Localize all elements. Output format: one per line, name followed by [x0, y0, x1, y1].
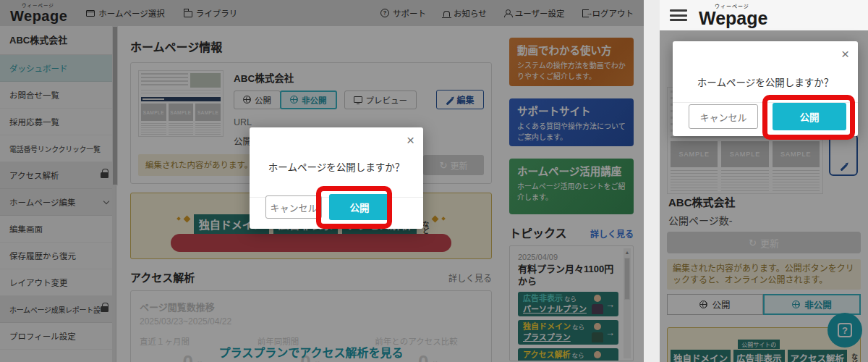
hamburger-menu-icon[interactable] — [670, 9, 687, 21]
screenshot-canvas: ウィーページ Wepage ホームページ選択 ライブラリ サポート お知らせ — [0, 0, 868, 362]
confirm-publish-button[interactable]: 公開 — [773, 103, 846, 130]
wepage-logo[interactable]: ウィーページ Wepage — [699, 4, 767, 28]
dialog-message: ホームページを公開しますか？ — [673, 75, 858, 89]
cancel-button[interactable]: キャンセル — [265, 195, 322, 219]
panel-gap — [644, 0, 660, 362]
mobile-header: ウィーページ Wepage — [660, 0, 868, 30]
close-icon[interactable]: × — [841, 47, 849, 61]
publish-confirm-dialog: × ホームページを公開しますか？ キャンセル 公開 — [673, 41, 858, 136]
confirm-publish-button[interactable]: 公開 — [329, 194, 390, 220]
publish-confirm-dialog: × ホームページを公開しますか？ キャンセル 公開 — [250, 127, 423, 229]
desktop-view: ウィーページ Wepage ホームページ選択 ライブラリ サポート お知らせ — [0, 0, 644, 362]
mobile-view: ウィーページ Wepage SAMPLE SAMPLE SAMPLE ABC株式… — [660, 0, 868, 362]
logo-ruby: ウィーページ — [715, 4, 749, 9]
dialog-message: ホームページを公開しますか？ — [250, 159, 423, 174]
close-icon[interactable]: × — [407, 133, 414, 147]
logo-text: Wepage — [699, 8, 767, 28]
cancel-button[interactable]: キャンセル — [689, 104, 758, 129]
